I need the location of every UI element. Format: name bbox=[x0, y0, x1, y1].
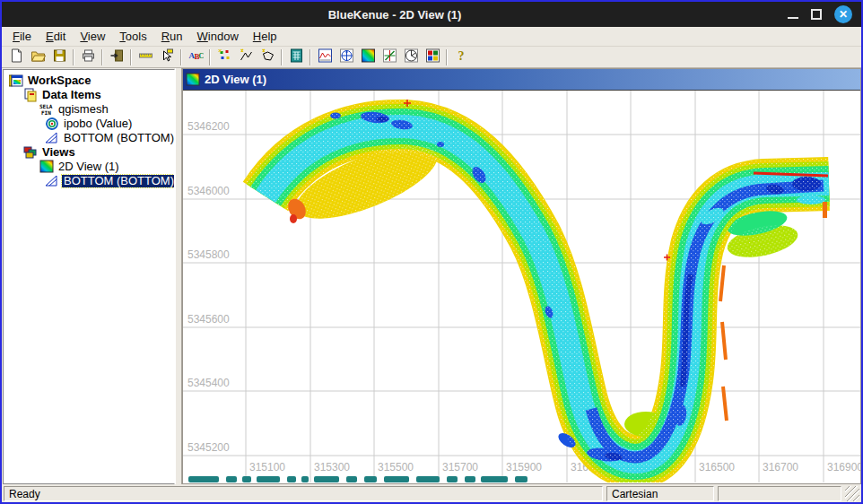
close-button[interactable]: ✕ bbox=[834, 5, 852, 23]
svg-text:?: ? bbox=[458, 49, 464, 63]
menu-help[interactable]: Help bbox=[246, 28, 284, 45]
plot-svg: 3151003153003155003157003159003161003163… bbox=[183, 91, 860, 482]
toolbar-grid-view-button[interactable] bbox=[422, 48, 443, 67]
svg-text:5346200: 5346200 bbox=[187, 120, 230, 133]
resize-grip[interactable] bbox=[845, 486, 859, 501]
mesh-icon bbox=[45, 132, 59, 145]
watermark-fragment bbox=[188, 476, 527, 482]
river-mesh bbox=[266, 100, 829, 464]
menu-view[interactable]: View bbox=[73, 28, 112, 45]
menu-tools[interactable]: Tools bbox=[112, 28, 153, 45]
minimize-button[interactable] bbox=[788, 10, 798, 19]
toolbar-save-button[interactable] bbox=[48, 48, 70, 67]
toolbar-axes-button[interactable] bbox=[379, 48, 400, 67]
menu-run[interactable]: Run bbox=[154, 28, 190, 45]
polyline-icon bbox=[239, 48, 254, 65]
toolbar-new-button[interactable] bbox=[5, 48, 27, 67]
svg-text:5345400: 5345400 bbox=[187, 377, 230, 389]
tree-item-label: BOTTOM (BOTTOM) bbox=[62, 175, 175, 187]
tree-item-workspace[interactable]: WorkSpace bbox=[4, 74, 174, 88]
toolbar-separator bbox=[180, 49, 182, 65]
tree-item-label: WorkSpace bbox=[26, 74, 93, 87]
svg-text:316700: 316700 bbox=[763, 461, 798, 474]
tree-item-qgismesh[interactable]: SELAFINqgismesh bbox=[4, 102, 174, 117]
view2d-icon bbox=[39, 161, 54, 174]
toolbar-polyline-button[interactable] bbox=[235, 48, 257, 67]
svg-text:315700: 315700 bbox=[442, 461, 478, 474]
open-icon bbox=[31, 48, 46, 65]
status-bar: Ready Cartesian bbox=[2, 484, 861, 502]
status-message-panel: Ready bbox=[4, 486, 603, 501]
toolbar-print-button[interactable] bbox=[77, 48, 99, 67]
tree-item-views[interactable]: Views bbox=[4, 145, 174, 160]
titlebar[interactable]: BlueKenue - 2D View (1) ✕ bbox=[2, 2, 861, 27]
y-axis-labels: 5346200534600053458005345600534540053452… bbox=[187, 120, 230, 454]
mdi-area: 2D View (1) 3151003153003 bbox=[182, 68, 861, 484]
window-title: BlueKenue - 2D View (1) bbox=[2, 8, 788, 22]
toolbar-separator bbox=[130, 49, 132, 65]
view-child-window: 2D View (1) 3151003153003 bbox=[182, 68, 861, 484]
grid-view-icon bbox=[425, 48, 440, 65]
status-message: Ready bbox=[9, 488, 40, 500]
svg-text:315300: 315300 bbox=[314, 461, 350, 474]
tree-item-data-items[interactable]: Data Items bbox=[4, 88, 174, 102]
toolbar-separator bbox=[446, 49, 448, 65]
svg-text:5345600: 5345600 bbox=[187, 313, 230, 326]
toolbar-ruler-button[interactable] bbox=[135, 48, 156, 67]
pie-icon bbox=[404, 48, 419, 65]
tree-item-ipobo-value-[interactable]: ipobo (Value) bbox=[4, 117, 174, 131]
panel-splitter[interactable] bbox=[175, 68, 182, 484]
svg-text:316900: 316900 bbox=[827, 461, 860, 474]
save-icon bbox=[52, 48, 67, 65]
tree-item-label: qgismesh bbox=[57, 103, 110, 116]
tree-item-label: Views bbox=[40, 146, 77, 159]
svg-text:FIN: FIN bbox=[41, 109, 51, 116]
view-window-titlebar[interactable]: 2D View (1) bbox=[183, 69, 860, 90]
menu-bar: FileEditViewToolsRunWindowHelp bbox=[2, 27, 861, 47]
menu-file[interactable]: File bbox=[5, 28, 39, 45]
svg-text:315900: 315900 bbox=[506, 461, 542, 474]
toolbar-compass-button[interactable] bbox=[336, 48, 357, 67]
workspace-tree-panel: WorkSpaceData ItemsSELAFINqgismeshipobo … bbox=[3, 69, 175, 484]
toolbar-polygon-button[interactable] bbox=[257, 48, 278, 67]
tree-item-bottom-bottom-[interactable]: BOTTOM (BOTTOM) bbox=[4, 174, 174, 188]
toolbar-separator bbox=[101, 49, 103, 65]
colour-scale-icon bbox=[361, 48, 376, 65]
help-icon: ? bbox=[454, 48, 469, 65]
axes-icon bbox=[382, 48, 397, 65]
toolbar-timeseries-button[interactable] bbox=[314, 48, 336, 67]
annotate-icon: ABC bbox=[188, 48, 204, 65]
polygon-icon bbox=[260, 48, 275, 65]
toolbar-import-button[interactable] bbox=[106, 48, 127, 67]
import-icon bbox=[109, 48, 125, 65]
svg-text:316500: 316500 bbox=[699, 461, 735, 474]
tree-item-label: ipobo (Value) bbox=[62, 117, 134, 130]
menu-edit[interactable]: Edit bbox=[39, 28, 73, 45]
ruler-icon bbox=[138, 48, 153, 65]
toolbar-annotate-button[interactable]: ABC bbox=[185, 48, 206, 67]
selafin-icon: SELAFIN bbox=[39, 103, 54, 117]
svg-text:315100: 315100 bbox=[249, 461, 285, 474]
points-icon bbox=[217, 48, 232, 65]
svg-text:C: C bbox=[198, 52, 204, 60]
toolbar-help-button[interactable]: ? bbox=[450, 48, 472, 67]
svg-text:315500: 315500 bbox=[378, 461, 414, 474]
svg-text:SELA: SELA bbox=[39, 103, 53, 109]
svg-text:5345800: 5345800 bbox=[187, 248, 230, 261]
tree-item-bottom-bottom-[interactable]: BOTTOM (BOTTOM) bbox=[4, 131, 174, 145]
toolbar-open-button[interactable] bbox=[27, 48, 48, 67]
toolbar-calculator-button[interactable] bbox=[285, 48, 307, 67]
maximize-button[interactable] bbox=[811, 9, 822, 20]
data-items-icon bbox=[23, 89, 38, 102]
toolbar-pie-button[interactable] bbox=[400, 48, 422, 67]
timeseries-icon bbox=[318, 48, 333, 65]
2d-view-canvas[interactable]: 3151003153003155003157003159003161003163… bbox=[183, 90, 860, 483]
coordinate-system-label: Cartesian bbox=[612, 488, 658, 500]
toolbar-probe-button[interactable] bbox=[156, 48, 178, 67]
menu-window[interactable]: Window bbox=[190, 28, 246, 45]
toolbar-points-button[interactable] bbox=[214, 48, 235, 67]
tree-item-2d-view-1-[interactable]: 2D View (1) bbox=[4, 160, 174, 174]
toolbar-colour-scale-button[interactable] bbox=[357, 48, 379, 67]
main-area: WorkSpaceData ItemsSELAFINqgismeshipobo … bbox=[2, 68, 861, 484]
x-axis-labels: 3151003153003155003157003159003161003163… bbox=[249, 461, 860, 474]
